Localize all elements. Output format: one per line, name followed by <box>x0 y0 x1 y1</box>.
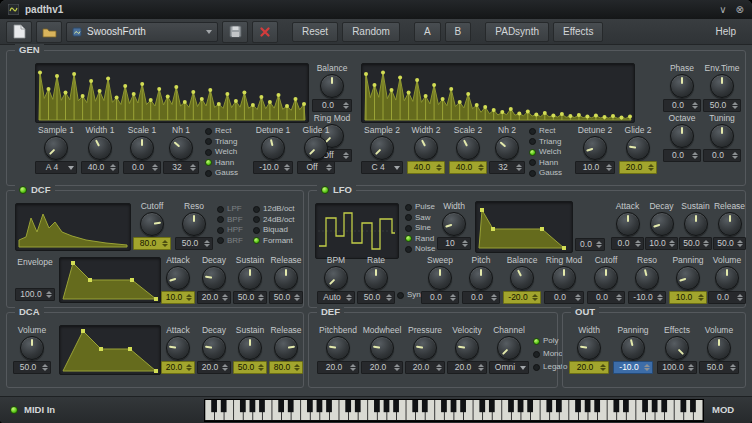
gen-nh1-spin[interactable]: 32 <box>163 161 199 174</box>
dcf-slope-formant[interactable]: Formant <box>253 237 295 245</box>
dcf-release-spin[interactable]: 50.0 <box>269 291 303 304</box>
shade-button[interactable]: ∨ <box>719 4 726 16</box>
tab-a-button[interactable]: A <box>414 22 441 42</box>
gen1-shape-triang[interactable]: Triang <box>205 138 238 146</box>
lfo-envelope-display[interactable] <box>475 201 573 253</box>
gen-width1-knob[interactable] <box>88 136 112 160</box>
dca-volume-spin[interactable]: 50.0 <box>13 361 51 374</box>
dca-decay-spin[interactable]: 20.0 <box>197 361 231 374</box>
new-preset-button[interactable] <box>6 21 32 43</box>
gen-envtime-knob[interactable] <box>710 74 734 98</box>
gen-scale2-spin[interactable]: 40.0 <box>449 161 487 174</box>
gen2-shape-gauss[interactable]: Gauss <box>529 169 562 177</box>
lfo-panning-knob[interactable] <box>676 266 700 290</box>
gen-balance-knob[interactable] <box>320 74 344 98</box>
gen2-shape-triang[interactable]: Triang <box>529 138 562 146</box>
padsynth-button[interactable]: PADsynth <box>485 22 549 42</box>
def-velocity-spin[interactable]: 20.0 <box>447 361 487 374</box>
def-modwheel-spin[interactable]: 20.0 <box>361 361 403 374</box>
lfo-shape-rand[interactable]: Rand <box>405 235 435 243</box>
dcf-sustain-spin[interactable]: 50.0 <box>233 291 267 304</box>
lfo-decay-knob[interactable] <box>650 212 674 236</box>
dca-sustain-spin[interactable]: 50.0 <box>233 361 267 374</box>
lfo-balance-knob[interactable] <box>510 266 534 290</box>
gen-sample2-knob[interactable] <box>370 136 394 160</box>
lfo-env-spin[interactable]: 0.0 <box>575 238 605 251</box>
lfo-reso-spin[interactable]: -10.0 <box>628 291 666 304</box>
lfo-enabled-led[interactable] <box>321 186 329 194</box>
dcf-type-hpf[interactable]: HPF <box>217 226 243 234</box>
gen1-shape-gauss[interactable]: Gauss <box>205 169 238 177</box>
dcf-slope-12db[interactable]: 12dB/oct <box>253 205 295 213</box>
out-width-spin[interactable]: 20.0 <box>569 361 609 374</box>
dcf-sustain-knob[interactable] <box>238 266 262 290</box>
dcf-release-knob[interactable] <box>274 266 298 290</box>
lfo-ringmod-knob[interactable] <box>552 266 576 290</box>
lfo-release-knob[interactable] <box>718 212 742 236</box>
lfo-sustain-spin[interactable]: 50.0 <box>679 237 712 250</box>
lfo-rate-spin[interactable]: 50.0 <box>357 291 395 304</box>
lfo-release-spin[interactable]: 50.0 <box>713 237 746 250</box>
lfo-cutoff-knob[interactable] <box>594 266 618 290</box>
gen1-shape-welch[interactable]: Welch <box>205 148 238 156</box>
lfo-sustain-knob[interactable] <box>684 212 708 236</box>
gen-spectrum2-display[interactable] <box>361 63 635 123</box>
def-channel-combo[interactable]: Omni <box>489 361 529 374</box>
dcf-reso-knob[interactable] <box>182 212 206 236</box>
gen-sample1-knob[interactable] <box>44 136 68 160</box>
dca-release-spin[interactable]: 80.0 <box>269 361 303 374</box>
gen-balance-spin[interactable]: 0.0 <box>312 99 352 112</box>
dcf-slope-24db[interactable]: 24dB/oct <box>253 216 295 224</box>
gen-nh2-knob[interactable] <box>495 136 519 160</box>
lfo-bpm-spin[interactable]: Auto <box>317 291 355 304</box>
lfo-shape-noise[interactable]: Noise <box>405 245 435 253</box>
gen-glide2-spin[interactable]: 20.0 <box>619 161 657 174</box>
out-panning-spin[interactable]: -10.0 <box>613 361 653 374</box>
gen-tuning-knob[interactable] <box>710 124 734 148</box>
lfo-cutoff-spin[interactable]: 0.0 <box>587 291 625 304</box>
delete-preset-button[interactable] <box>252 21 278 43</box>
gen-nh2-spin[interactable]: 32 <box>489 161 525 174</box>
lfo-balance-spin[interactable]: -20.0 <box>503 291 541 304</box>
out-volume-knob[interactable] <box>707 336 731 360</box>
dcf-slope-biquad[interactable]: Biquad <box>253 226 295 234</box>
lfo-width-knob[interactable] <box>442 212 466 236</box>
gen-phase-knob[interactable] <box>670 74 694 98</box>
dcf-enabled-led[interactable] <box>19 186 27 194</box>
lfo-attack-spin[interactable]: 0.0 <box>611 237 644 250</box>
dcf-reso-spin[interactable]: 50.0 <box>175 237 213 250</box>
gen-octave-knob[interactable] <box>670 124 694 148</box>
titlebar[interactable]: padthv1 ∨ ⊗ <box>0 0 752 19</box>
dcf-decay-knob[interactable] <box>202 266 226 290</box>
lfo-width-spin[interactable]: 10 <box>437 237 471 250</box>
gen-nh1-knob[interactable] <box>169 136 193 160</box>
def-pitchbend-knob[interactable] <box>326 336 350 360</box>
def-velocity-knob[interactable] <box>455 336 479 360</box>
save-preset-button[interactable] <box>222 21 248 43</box>
out-effects-spin[interactable]: 100.0 <box>657 361 697 374</box>
out-width-knob[interactable] <box>577 336 601 360</box>
gen1-shape-rect[interactable]: Rect <box>205 127 238 135</box>
dca-attack-spin[interactable]: 20.0 <box>161 361 195 374</box>
close-button[interactable]: ⊗ <box>736 4 744 16</box>
gen-detune1-spin[interactable]: -10.0 <box>253 161 293 174</box>
gen-scale1-spin[interactable]: 0.0 <box>123 161 161 174</box>
lfo-sweep-knob[interactable] <box>428 266 452 290</box>
out-panning-knob[interactable] <box>621 336 645 360</box>
gen-scale1-knob[interactable] <box>130 136 154 160</box>
lfo-reso-knob[interactable] <box>635 266 659 290</box>
lfo-shape-saw[interactable]: Saw <box>405 214 435 222</box>
lfo-pitch-spin[interactable]: 0.0 <box>462 291 500 304</box>
def-pressure-spin[interactable]: 20.0 <box>405 361 445 374</box>
dcf-decay-spin[interactable]: 20.0 <box>197 291 231 304</box>
lfo-volume-knob[interactable] <box>715 266 739 290</box>
out-effects-knob[interactable] <box>665 336 689 360</box>
dca-sustain-knob[interactable] <box>238 336 262 360</box>
dca-decay-knob[interactable] <box>202 336 226 360</box>
gen2-shape-rect[interactable]: Rect <box>529 127 562 135</box>
gen-width1-spin[interactable]: 40.0 <box>81 161 119 174</box>
gen-sample1-combo[interactable]: A 4 <box>35 161 77 174</box>
gen-octave-spin[interactable]: 0.0 <box>663 149 701 162</box>
tab-b-button[interactable]: B <box>445 22 472 42</box>
def-pitchbend-spin[interactable]: 20.0 <box>317 361 359 374</box>
